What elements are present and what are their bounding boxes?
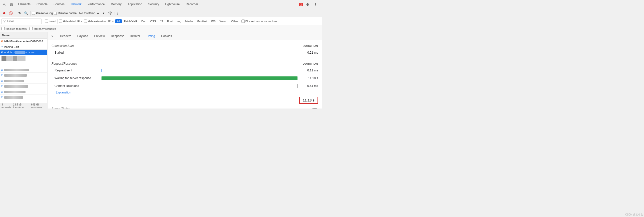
tab-lighthouse[interactable]: Lighthouse: [162, 0, 183, 9]
search-icon-btn[interactable]: 🔍: [23, 11, 29, 16]
check-icon: ☑: [1, 79, 3, 82]
list-item-image[interactable]: [0, 55, 47, 67]
explanation-link[interactable]: Explanation: [52, 90, 75, 95]
filter-icon-btn[interactable]: ⚗: [17, 11, 22, 16]
connection-start-section: Connection Start DURATION Stalled 0.21 m…: [48, 40, 322, 56]
disable-cache-checkbox[interactable]: Disable cache: [54, 12, 76, 15]
content-download-bar-area: [102, 84, 298, 88]
clear-btn[interactable]: 🚫: [8, 11, 14, 16]
request-sent-bar-area: [102, 68, 298, 72]
check-icon: ☑: [1, 90, 3, 93]
stalled-bar-area: [102, 51, 298, 55]
stalled-row: Stalled 0.21 ms: [52, 49, 318, 56]
check-icon: ☑: [1, 68, 3, 71]
more-options-icon[interactable]: ⋮: [312, 1, 319, 8]
list-item[interactable]: ☑: [0, 67, 47, 73]
preserve-log-checkbox[interactable]: Preserve log: [32, 12, 53, 15]
hide-ext-urls-checkbox[interactable]: Hide extension URLs: [84, 20, 114, 23]
list-item[interactable]: ☑: [0, 89, 47, 95]
xhr-icon: ⚙: [1, 40, 3, 43]
detail-panel: × Headers Payload Preview Response Initi…: [48, 32, 322, 109]
request-list-panel: Name ⚙ isExit?taskName=test0620001&taskI…: [0, 32, 48, 109]
explanation-wrap: Explanation: [48, 89, 322, 96]
filter-divider: [43, 19, 43, 24]
tab-initiator[interactable]: Initiator: [127, 32, 143, 40]
third-party-checkbox[interactable]: 3rd-party requests: [30, 27, 56, 30]
waiting-row: Waiting for server response 11.18 s: [52, 74, 318, 83]
type-media-btn[interactable]: Media: [184, 19, 194, 23]
type-doc-btn[interactable]: Doc: [140, 19, 148, 23]
tab-recorder[interactable]: Recorder: [183, 0, 201, 9]
upload-icon[interactable]: ↑: [114, 11, 116, 15]
tab-timing[interactable]: Timing: [143, 32, 158, 40]
blocked-requests-checkbox[interactable]: Blocked requests: [2, 27, 26, 30]
list-item[interactable]: ☑: [0, 73, 47, 78]
list-item-selected[interactable]: ⚙ updateSa.action: [0, 50, 47, 55]
download-icon[interactable]: ↓: [117, 11, 118, 15]
check-icon: ☑: [1, 74, 3, 77]
waiting-bar: [102, 76, 298, 80]
chevron-down-icon[interactable]: ▾: [101, 11, 106, 16]
toolbar-divider-2: [30, 11, 30, 16]
tab-sources[interactable]: Sources: [50, 0, 68, 9]
filter-input[interactable]: [7, 20, 37, 23]
request-response-section: Request/Response DURATION Request sent 0…: [48, 58, 322, 89]
tab-memory[interactable]: Memory: [108, 0, 124, 9]
tab-payload[interactable]: Payload: [74, 32, 91, 40]
waiting-bar-area: [102, 76, 298, 81]
close-detail-btn[interactable]: ×: [50, 34, 55, 39]
server-timing-header: Server Timing TIME: [52, 107, 318, 109]
type-wasm-btn[interactable]: Wasm: [218, 19, 229, 23]
type-font-btn[interactable]: Font: [166, 19, 174, 23]
img-icon: ✦: [1, 45, 3, 48]
devtools-tab-bar: ↖ ⊡ Elements Console Sources Network Per…: [0, 0, 322, 9]
type-css-btn[interactable]: CSS: [148, 19, 158, 23]
error-badge: 2: [299, 3, 303, 6]
throttle-select[interactable]: No throttling: [78, 11, 100, 15]
tab-response[interactable]: Response: [108, 32, 127, 40]
tab-console[interactable]: Console: [34, 0, 50, 9]
stop-recording-btn[interactable]: ⏺: [2, 11, 7, 16]
type-js-btn[interactable]: JS: [158, 19, 165, 23]
server-timing-section: Server Timing TIME During development, y…: [48, 105, 322, 109]
list-item[interactable]: ☑: [0, 95, 47, 100]
cursor-icon[interactable]: ↖: [1, 1, 8, 8]
device-icon[interactable]: ⊡: [8, 1, 15, 8]
request-sent-bar: [102, 69, 102, 72]
filter-divider-2: [57, 19, 58, 24]
type-ws-btn[interactable]: WS: [209, 19, 217, 23]
stalled-tick: [200, 51, 200, 54]
filter-funnel-icon: [3, 20, 6, 23]
content-download-row: Content Download 0.44 ms: [52, 83, 318, 89]
network-toolbar: ⏺ 🚫 ⚗ 🔍 Preserve log Disable cache No th…: [0, 9, 322, 17]
invert-checkbox[interactable]: Invert: [45, 20, 56, 23]
list-item[interactable]: ✦ loading-2.gif: [0, 44, 47, 50]
svg-point-0: [110, 14, 110, 15]
blocked-cookies-checkbox[interactable]: Blocked response cookies: [242, 20, 278, 23]
type-fetch-xhr-btn[interactable]: Fetch/XHR: [122, 19, 139, 23]
tab-performance[interactable]: Performance: [84, 0, 108, 9]
wifi-icon[interactable]: [108, 11, 113, 16]
tab-cookies[interactable]: Cookies: [158, 32, 175, 40]
list-item[interactable]: ☑: [0, 84, 47, 89]
type-filters: All Fetch/XHR Doc CSS JS Font Img Media …: [115, 19, 240, 23]
connection-start-header: Connection Start DURATION: [52, 42, 318, 49]
type-other-btn[interactable]: Other: [230, 19, 240, 23]
type-all-btn[interactable]: All: [115, 19, 122, 23]
settings-icon[interactable]: ⚙: [304, 1, 311, 8]
blurred-image: [1, 56, 26, 62]
list-header: Name: [0, 32, 47, 39]
content-download-tick: [297, 84, 298, 88]
type-img-btn[interactable]: Img: [175, 19, 183, 23]
hide-data-urls-checkbox[interactable]: Hide data URLs: [59, 20, 82, 23]
tab-application[interactable]: Application: [124, 0, 145, 9]
type-manifest-btn[interactable]: Manifest: [195, 19, 209, 23]
list-item[interactable]: ☑: [0, 78, 47, 84]
tab-headers[interactable]: Headers: [57, 32, 74, 40]
check-icon: ☑: [1, 85, 3, 88]
list-item[interactable]: ⚙ isExit?taskName=test0620001&taskId=69f…: [0, 39, 47, 44]
tab-preview[interactable]: Preview: [91, 32, 108, 40]
tab-network[interactable]: Network: [68, 0, 84, 9]
tab-security[interactable]: Security: [145, 0, 162, 9]
tab-elements[interactable]: Elements: [15, 0, 34, 9]
